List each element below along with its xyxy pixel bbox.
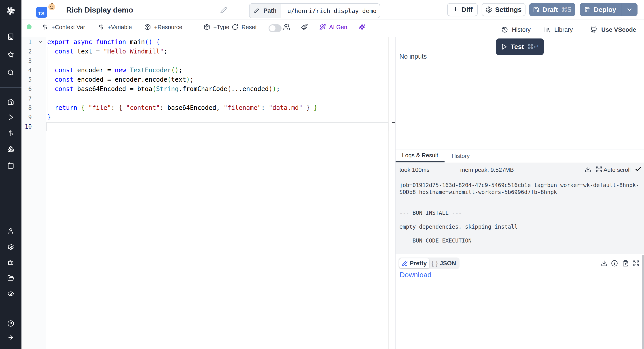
no-inputs-text: No inputs bbox=[399, 53, 427, 60]
star-icon[interactable] bbox=[8, 51, 14, 58]
test-button[interactable]: Test ⌘↵ bbox=[496, 39, 544, 55]
line-number: 7 bbox=[22, 94, 32, 103]
refresh-icon bbox=[232, 24, 238, 31]
code-line[interactable]: export async function main() { bbox=[47, 37, 160, 47]
multiplayer-button[interactable] bbox=[283, 19, 290, 35]
json-toggle-button[interactable]: { } JSON bbox=[429, 259, 459, 267]
calendar-icon-glyph bbox=[8, 162, 14, 169]
home-icon-glyph bbox=[8, 98, 14, 105]
download-result-icon[interactable] bbox=[601, 260, 608, 267]
boxes-icon[interactable] bbox=[8, 146, 14, 153]
help-icon-glyph bbox=[8, 320, 14, 327]
history-icon bbox=[501, 27, 508, 33]
search-icon[interactable] bbox=[8, 69, 14, 76]
settings-button-label: Settings bbox=[495, 6, 522, 14]
editor-toolbar: +Context Var +Variable +Resource +Type R… bbox=[22, 20, 644, 37]
help-icon[interactable] bbox=[8, 320, 14, 327]
download-result-icon-glyph bbox=[601, 260, 608, 267]
check-icon[interactable] bbox=[634, 166, 642, 173]
code-editor[interactable]: 12345678910 export async function main()… bbox=[22, 37, 389, 349]
robot-icon-glyph bbox=[8, 259, 14, 266]
tab-history[interactable]: History bbox=[444, 149, 477, 162]
dollar-icon[interactable] bbox=[8, 130, 14, 136]
code-line[interactable]: return { "file": { "content": base64Enco… bbox=[47, 103, 318, 113]
download-logs-icon[interactable] bbox=[584, 166, 591, 173]
log-header: took 100ms mem peak: 9.527MB Auto scroll bbox=[396, 165, 644, 175]
home-icon[interactable] bbox=[8, 98, 14, 105]
logs-tabs: Logs & Result History bbox=[396, 149, 644, 162]
sidebar bbox=[0, 0, 22, 349]
download-result-link[interactable]: Download bbox=[400, 271, 431, 279]
robot-icon[interactable] bbox=[8, 259, 14, 266]
download-logs-icon-glyph bbox=[584, 166, 591, 173]
deploy-dropdown-toggle[interactable] bbox=[622, 3, 638, 16]
diff-mode-toggle[interactable] bbox=[268, 24, 282, 32]
code-line[interactable]: const encoder = new TextEncoder(); bbox=[47, 66, 182, 75]
arrow-right-icon[interactable] bbox=[8, 334, 14, 341]
result-format-toggle: Pretty { } JSON bbox=[398, 257, 460, 269]
code-line[interactable]: const text = "Hello Windmill"; bbox=[47, 47, 167, 56]
result-scrollbar[interactable] bbox=[642, 255, 644, 349]
save-icon bbox=[533, 7, 539, 13]
settings-button[interactable]: Settings bbox=[482, 3, 526, 16]
windmill-logo[interactable] bbox=[4, 4, 18, 18]
folder-icon[interactable] bbox=[8, 275, 14, 281]
library-label: Library bbox=[554, 27, 573, 33]
path-input[interactable]: u/henri/rich_display_demo bbox=[281, 4, 380, 18]
eye-icon[interactable] bbox=[8, 290, 14, 297]
line-number: 10 bbox=[22, 122, 32, 131]
add-type-button[interactable]: +Type bbox=[204, 19, 230, 35]
add-resource-button[interactable]: +Resource bbox=[144, 19, 182, 35]
ai-gen-button[interactable]: AI Gen bbox=[319, 19, 347, 35]
fold-chevron-icon[interactable] bbox=[38, 37, 44, 47]
chevron-down-icon bbox=[626, 6, 633, 13]
history-button[interactable]: History bbox=[501, 22, 531, 38]
add-context-var-button[interactable]: +Context Var bbox=[42, 19, 85, 35]
sparkles-button[interactable] bbox=[359, 19, 366, 35]
use-vscode-button[interactable]: Use VScode bbox=[590, 22, 636, 38]
editor-gutter: 12345678910 bbox=[22, 37, 46, 349]
user-icon[interactable] bbox=[8, 228, 14, 234]
library-button[interactable]: Library bbox=[544, 22, 573, 38]
diff-button[interactable]: Diff bbox=[447, 3, 478, 16]
overview-ruler-cursor-marker bbox=[392, 122, 395, 123]
draft-button[interactable]: Draft ⌘S bbox=[529, 3, 575, 16]
dollar-icon bbox=[42, 24, 48, 31]
reset-button[interactable]: Reset bbox=[232, 19, 257, 35]
baby-emoji-icon-glyph bbox=[48, 3, 56, 11]
current-line-highlight bbox=[46, 122, 388, 131]
add-variable-label: +Variable bbox=[108, 24, 132, 31]
code-line[interactable]: const base64Encoded = btoa(String.fromCh… bbox=[47, 84, 280, 94]
tab-logs-result[interactable]: Logs & Result bbox=[396, 149, 444, 162]
building-icon-glyph bbox=[8, 33, 14, 40]
add-resource-label: +Resource bbox=[154, 24, 182, 31]
clipboard-copy-icon[interactable] bbox=[622, 260, 629, 267]
line-number: 3 bbox=[22, 56, 32, 66]
history-label: History bbox=[512, 27, 531, 33]
deploy-button-main[interactable]: Deploy bbox=[580, 3, 621, 16]
wand-sparkles-icon bbox=[319, 24, 326, 31]
building-icon[interactable] bbox=[8, 33, 14, 40]
expand-logs-icon[interactable] bbox=[596, 166, 602, 173]
code-line[interactable]: } bbox=[47, 113, 51, 122]
play-icon[interactable] bbox=[8, 114, 14, 121]
code-line[interactable]: const encoded = encoder.encode(text); bbox=[47, 75, 194, 84]
gear-icon[interactable] bbox=[8, 243, 14, 250]
add-variable-button[interactable]: +Variable bbox=[98, 19, 132, 35]
braces-icon: { } bbox=[432, 259, 438, 267]
path-label-segment[interactable]: Path bbox=[250, 4, 281, 18]
path-field-group: Path u/henri/rich_display_demo bbox=[249, 3, 380, 18]
expand-result-icon[interactable] bbox=[633, 260, 640, 267]
info-icon[interactable] bbox=[611, 260, 618, 267]
gear-icon-glyph bbox=[8, 243, 14, 250]
format-button[interactable] bbox=[301, 19, 308, 35]
pretty-toggle-button[interactable]: Pretty bbox=[399, 258, 429, 268]
line-number: 9 bbox=[22, 113, 32, 122]
edit-title-pencil-icon[interactable] bbox=[220, 7, 227, 14]
auto-scroll-label[interactable]: Auto scroll bbox=[604, 166, 630, 173]
deploy-button[interactable]: Deploy bbox=[580, 3, 638, 16]
result-divider bbox=[396, 254, 644, 254]
line-number: 2 bbox=[22, 47, 32, 56]
dollar-icon-glyph bbox=[8, 130, 14, 136]
calendar-icon[interactable] bbox=[8, 162, 14, 169]
